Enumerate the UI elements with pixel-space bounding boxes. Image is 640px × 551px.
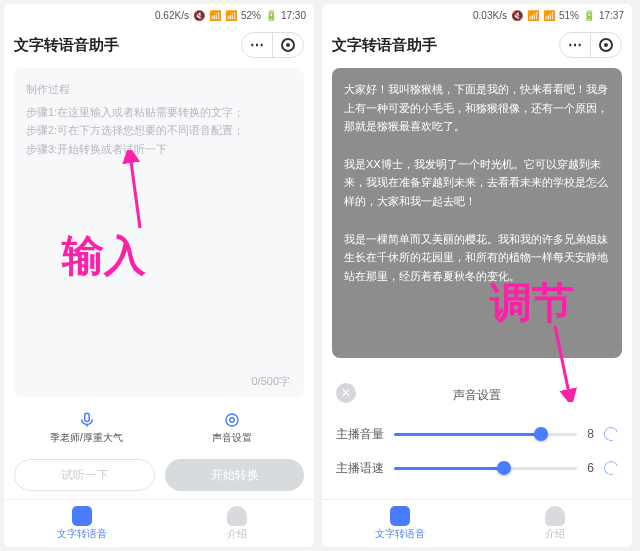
content-p1: 大家好！我叫猕猴桃，下面是我的，快来看看吧！我身上有一种可爱的小毛毛，和猕猴很像… bbox=[344, 80, 610, 136]
text-input-card[interactable]: 制作过程 步骤1:在这里输入或者粘贴需要转换的文字； 步骤2:可在下方选择您想要… bbox=[14, 68, 304, 397]
wifi-icon: 📶 bbox=[209, 10, 221, 21]
net-speed: 0.62K/s bbox=[155, 10, 189, 21]
more-icon[interactable]: ⋯ bbox=[242, 33, 272, 57]
speed-value: 6 bbox=[587, 461, 594, 475]
sheet-header: ✕ 声音设置 bbox=[336, 383, 618, 407]
gear-icon bbox=[223, 411, 241, 429]
microphone-icon bbox=[78, 411, 96, 429]
volume-label: 主播音量 bbox=[336, 426, 384, 443]
miniprogram-capsule[interactable]: ⋯ bbox=[559, 32, 622, 58]
mute-icon: 🔇 bbox=[193, 10, 205, 21]
button-row: 试听一下 开始转换 bbox=[14, 459, 304, 491]
signal-icon: 📶 bbox=[225, 10, 237, 21]
tab-tts[interactable]: 文字转语音 bbox=[4, 500, 159, 547]
status-bar: 0.03K/s 🔇 📶 📶 51% 🔋 17:37 bbox=[322, 4, 632, 26]
sheet-title: 声音设置 bbox=[453, 387, 501, 404]
placeholder-heading: 制作过程 bbox=[26, 80, 292, 99]
placeholder-text: 制作过程 步骤1:在这里输入或者粘贴需要转换的文字； 步骤2:可在下方选择您想要… bbox=[14, 68, 304, 167]
tab-about-label: 介绍 bbox=[227, 527, 247, 541]
close-icon[interactable] bbox=[273, 33, 303, 57]
wifi-icon: 📶 bbox=[527, 10, 539, 21]
placeholder-step1: 步骤1:在这里输入或者粘贴需要转换的文字； bbox=[26, 103, 292, 122]
placeholder-step2: 步骤2:可在下方选择您想要的不同语音配置； bbox=[26, 121, 292, 140]
clock: 17:30 bbox=[281, 10, 306, 21]
bottom-nav: 文字转语音 介绍 bbox=[4, 499, 314, 547]
entered-text: 大家好！我叫猕猴桃，下面是我的，快来看看吧！我身上有一种可爱的小毛毛，和猕猴很像… bbox=[332, 68, 622, 294]
sound-settings-option[interactable]: 声音设置 bbox=[159, 405, 304, 451]
battery-text: 52% bbox=[241, 10, 261, 21]
tab-about[interactable]: 介绍 bbox=[477, 500, 632, 547]
tts-icon bbox=[72, 506, 92, 526]
volume-slider[interactable] bbox=[394, 433, 577, 436]
clock: 17:37 bbox=[599, 10, 624, 21]
speed-label: 主播语速 bbox=[336, 460, 384, 477]
battery-icon: 🔋 bbox=[583, 10, 595, 21]
text-input-card[interactable]: 大家好！我叫猕猴桃，下面是我的，快来看看吧！我身上有一种可爱的小毛毛，和猕猴很像… bbox=[332, 68, 622, 358]
about-icon bbox=[227, 506, 247, 526]
mute-icon: 🔇 bbox=[511, 10, 523, 21]
phone-screenshot-right: 0.03K/s 🔇 📶 📶 51% 🔋 17:37 文字转语音助手 ⋯ 大家好！… bbox=[322, 4, 632, 547]
char-count: 0/500字 bbox=[251, 374, 290, 389]
about-icon bbox=[545, 506, 565, 526]
content-p3: 我是一棵简单而又美丽的樱花。我和我的许多兄弟姐妹生长在千休所的花园里，和所有的植… bbox=[344, 230, 610, 286]
voice-option-label: 季老师/厚重大气 bbox=[50, 431, 123, 445]
battery-text: 51% bbox=[559, 10, 579, 21]
sound-settings-label: 声音设置 bbox=[212, 431, 252, 445]
placeholder-step3: 步骤3:开始转换或者试听一下 bbox=[26, 140, 292, 159]
miniprogram-capsule[interactable]: ⋯ bbox=[241, 32, 304, 58]
volume-value: 8 bbox=[587, 427, 594, 441]
sound-settings-sheet: ✕ 声音设置 主播音量 8 主播语速 6 bbox=[322, 371, 632, 499]
bottom-nav: 文字转语音 介绍 bbox=[322, 499, 632, 547]
preview-button[interactable]: 试听一下 bbox=[14, 459, 155, 491]
tab-tts-label: 文字转语音 bbox=[57, 527, 107, 541]
tab-about[interactable]: 介绍 bbox=[159, 500, 314, 547]
tab-tts[interactable]: 文字转语音 bbox=[322, 500, 477, 547]
svg-point-1 bbox=[229, 418, 234, 423]
content-p2: 我是XX博士，我发明了一个时光机。它可以穿越到未来，我现在准备穿越到未来，去看看… bbox=[344, 155, 610, 211]
volume-row: 主播音量 8 bbox=[336, 417, 618, 451]
start-convert-button[interactable]: 开始转换 bbox=[165, 459, 304, 491]
volume-reset-icon[interactable] bbox=[602, 425, 621, 444]
tts-icon bbox=[390, 506, 410, 526]
signal-icon: 📶 bbox=[543, 10, 555, 21]
more-icon[interactable]: ⋯ bbox=[560, 33, 590, 57]
tab-about-label: 介绍 bbox=[545, 527, 565, 541]
page-title: 文字转语音助手 bbox=[14, 36, 119, 55]
svg-point-2 bbox=[226, 414, 238, 426]
speed-row: 主播语速 6 bbox=[336, 451, 618, 485]
tab-tts-label: 文字转语音 bbox=[375, 527, 425, 541]
phone-screenshot-left: 0.62K/s 🔇 📶 📶 52% 🔋 17:30 文字转语音助手 ⋯ 制作过程… bbox=[4, 4, 314, 547]
voice-option[interactable]: 季老师/厚重大气 bbox=[14, 405, 159, 451]
close-icon[interactable] bbox=[591, 33, 621, 57]
status-bar: 0.62K/s 🔇 📶 📶 52% 🔋 17:30 bbox=[4, 4, 314, 26]
title-bar: 文字转语音助手 ⋯ bbox=[322, 26, 632, 64]
speed-reset-icon[interactable] bbox=[602, 459, 621, 478]
options-row: 季老师/厚重大气 声音设置 bbox=[14, 405, 304, 451]
battery-icon: 🔋 bbox=[265, 10, 277, 21]
sheet-close-button[interactable]: ✕ bbox=[336, 383, 356, 403]
speed-slider[interactable] bbox=[394, 467, 577, 470]
svg-rect-0 bbox=[84, 413, 89, 421]
page-title: 文字转语音助手 bbox=[332, 36, 437, 55]
net-speed: 0.03K/s bbox=[473, 10, 507, 21]
title-bar: 文字转语音助手 ⋯ bbox=[4, 26, 314, 64]
